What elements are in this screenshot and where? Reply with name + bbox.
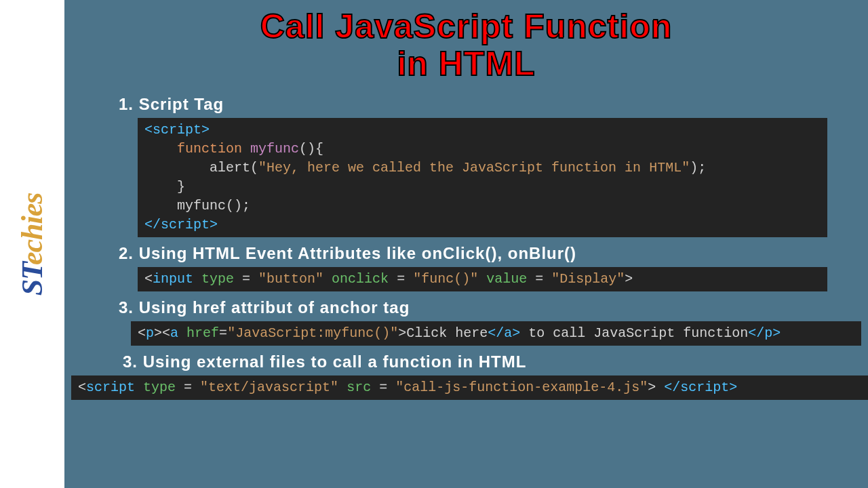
sidebar: STechies — [0, 0, 64, 488]
logo-part-1: ST — [16, 265, 49, 296]
section-2-heading: 2. Using HTML Event Attributes like onCl… — [119, 244, 827, 263]
section-3-heading: 3. Using href attribut of anchor tag — [119, 298, 827, 317]
section-1-heading: 1. Script Tag — [119, 95, 827, 114]
section-4-code: <script type = "text/javascript" src = "… — [71, 375, 868, 400]
section-2-code: <input type = "button" onclick = "func()… — [138, 267, 827, 291]
title-line-2: in HTML — [64, 45, 868, 83]
section-3-code: <p><a href="JavaScript:myfunc()">Click h… — [131, 321, 861, 346]
logo: STechies — [15, 192, 50, 296]
section-1-code: <script> function myfunc(){ alert("Hey, … — [138, 118, 827, 237]
title-line-1: Call JavaScript Function — [64, 8, 868, 45]
section-4-heading: 3. Using external files to call a functi… — [123, 352, 827, 371]
content: 1. Script Tag <script> function myfunc()… — [64, 95, 868, 400]
main-panel: Call JavaScript Function in HTML 1. Scri… — [64, 0, 868, 488]
logo-part-2: echies — [16, 192, 49, 264]
page-title: Call JavaScript Function in HTML — [64, 8, 868, 83]
